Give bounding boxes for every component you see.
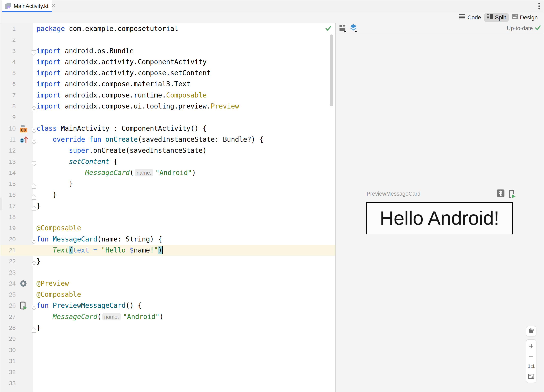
line-number: 30 [0, 344, 16, 356]
preview-actions [497, 190, 516, 199]
code-line[interactable]: 19@Composable [0, 223, 335, 233]
line-number: 22 [0, 256, 16, 267]
code-line[interactable]: 26fun PreviewMessageCard() { [0, 300, 335, 311]
code-lines: 1package com.example.composetutorial23im… [0, 23, 335, 392]
preview-rendered-text: Hello Android! [380, 207, 499, 229]
line-number: 29 [0, 333, 16, 344]
code-line[interactable]: 13 setContent { [0, 156, 335, 167]
line-number: 32 [0, 367, 16, 378]
code-line[interactable]: 5import androidx.activity.compose.setCon… [0, 67, 335, 78]
code-text: import androidx.compose.runtime.Composab… [36, 90, 207, 101]
line-number: 33 [0, 378, 16, 389]
zoom-out-button[interactable] [527, 352, 535, 360]
code-line[interactable]: 4import androidx.activity.ComponentActiv… [0, 56, 335, 67]
code-line[interactable]: 23 [0, 267, 335, 278]
code-line[interactable]: 11 override fun onCreate(savedInstanceSt… [0, 134, 335, 145]
line-number: 7 [0, 90, 16, 101]
code-line[interactable]: 31 [0, 356, 335, 367]
code-line[interactable]: 17} [0, 201, 335, 212]
code-line[interactable]: 21 Text(text = "Hello $name!") [0, 245, 335, 256]
code-text: } [36, 322, 41, 333]
code-line[interactable]: 24@Preview [0, 278, 335, 289]
line-number: 12 [0, 145, 16, 156]
parameter-name-inlay-hint: name: [135, 169, 153, 176]
parameter-name-inlay-hint: name: [102, 313, 121, 321]
code-text: override fun onCreate(savedInstanceState… [36, 134, 263, 145]
line-number: 18 [0, 212, 16, 223]
code-text: MessageCard(name:"Android") [36, 167, 196, 178]
code-text: @Composable [36, 289, 81, 300]
line-number: 9 [0, 112, 16, 123]
text-caret [162, 246, 163, 254]
line-number: 8 [0, 101, 16, 112]
code-line[interactable]: 30 [0, 344, 335, 356]
code-line[interactable]: 10class MainActivity : ComponentActivity… [0, 123, 335, 134]
code-line[interactable]: 1package com.example.composetutorial [0, 23, 335, 34]
layers-icon[interactable] [350, 24, 357, 33]
code-line[interactable]: 22} [0, 256, 335, 267]
split-mode-label: Split [495, 14, 506, 21]
compose-preview-frame[interactable]: Hello Android! [367, 202, 513, 234]
code-editor[interactable]: 1package com.example.composetutorial23im… [0, 23, 335, 392]
code-line[interactable]: 32 [0, 367, 335, 378]
code-line[interactable]: 28} [0, 322, 335, 333]
line-number: 15 [0, 178, 16, 189]
preview-composable-label: PreviewMessageCard [367, 191, 420, 197]
code-line[interactable]: 7import androidx.compose.runtime.Composa… [0, 90, 335, 101]
code-text: import androidx.activity.compose.setCont… [36, 67, 211, 78]
code-line[interactable]: 29 [0, 333, 335, 344]
mode-split-button[interactable]: Split [484, 13, 509, 22]
code-line[interactable]: 2 [0, 34, 335, 45]
view-options-icon[interactable] [339, 24, 346, 33]
code-line[interactable]: 18 [0, 212, 335, 223]
hand-pan-icon [528, 328, 534, 335]
tab-mainactivity[interactable]: MainActivity.kt [2, 0, 52, 12]
code-line[interactable]: 33 [0, 378, 335, 389]
code-line[interactable]: 34 [0, 389, 335, 392]
code-text: @Preview [36, 278, 69, 289]
code-text: fun MessageCard(name: String) { [36, 234, 162, 245]
line-number: 20 [0, 234, 16, 245]
zoom-in-button[interactable] [527, 342, 535, 350]
code-line[interactable]: 14 MessageCard(name:"Android") [0, 167, 335, 178]
code-line[interactable]: 20fun MessageCard(name: String) { [0, 234, 335, 245]
code-mode-icon [459, 14, 465, 21]
tool-window-stripe-handle[interactable] [0, 198, 2, 210]
run-preview-on-device-icon[interactable] [507, 190, 516, 199]
mode-design-button[interactable]: Design [509, 13, 541, 22]
split-mode-icon [487, 14, 493, 21]
code-line[interactable]: 25@Composable [0, 289, 335, 300]
line-number: 25 [0, 289, 16, 300]
code-line[interactable]: 9 [0, 112, 335, 123]
zoom-actual-size-button[interactable]: 1:1 [527, 362, 535, 370]
design-mode-label: Design [520, 14, 538, 21]
line-number: 2 [0, 34, 16, 45]
code-line[interactable]: 27 MessageCard(name:"Android") [0, 311, 335, 322]
line-number: 6 [0, 78, 16, 89]
editor-scrollbar[interactable] [330, 35, 333, 106]
code-text: import androidx.compose.ui.tooling.previ… [36, 101, 239, 112]
fit-to-screen-icon[interactable] [527, 372, 535, 380]
code-line[interactable]: 6import androidx.compose.material3.Text [0, 78, 335, 89]
line-number: 34 [0, 389, 16, 392]
up-to-date-check-icon [535, 25, 541, 32]
mode-code-button[interactable]: Code [456, 13, 484, 22]
code-line[interactable]: 3import android.os.Bundle [0, 46, 335, 56]
line-number: 11 [0, 134, 16, 145]
line-number: 4 [0, 56, 16, 67]
line-number: 31 [0, 356, 16, 367]
interactive-mode-icon[interactable] [497, 190, 504, 199]
close-icon[interactable] [51, 3, 56, 9]
code-text: } [36, 256, 41, 267]
more-options-kebab-icon[interactable] [538, 2, 541, 11]
code-line[interactable]: 16 } [0, 189, 335, 200]
android-studio-window: MainActivity.kt Code Split Design 1packa… [0, 0, 544, 392]
pan-button[interactable] [526, 326, 537, 337]
code-line[interactable]: 15 } [0, 178, 335, 189]
code-text: MessageCard(name:"Android") [36, 311, 164, 322]
code-text: import androidx.compose.material3.Text [36, 78, 190, 89]
code-line[interactable]: 12 super.onCreate(savedInstanceState) [0, 145, 335, 156]
inspections-ok-check-icon[interactable] [325, 25, 331, 32]
code-line[interactable]: 8import androidx.compose.ui.tooling.prev… [0, 101, 335, 112]
line-number: 19 [0, 223, 16, 233]
